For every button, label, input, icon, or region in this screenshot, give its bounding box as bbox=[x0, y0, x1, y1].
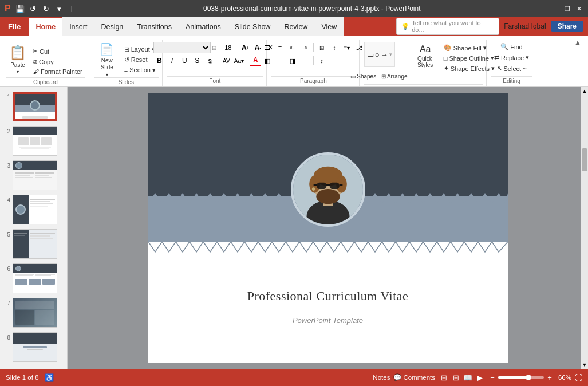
char-spacing-button[interactable]: AV bbox=[220, 55, 232, 66]
find-button[interactable]: 🔍 Find bbox=[498, 42, 525, 52]
quick-styles-icon: Aa bbox=[420, 44, 431, 54]
quick-styles-button[interactable]: Aa QuickStyles bbox=[412, 42, 439, 70]
share-button[interactable]: Share bbox=[551, 21, 583, 32]
slide-main-title: Professional Curriculum Vitae bbox=[148, 289, 508, 304]
restore-button[interactable]: ❐ bbox=[563, 4, 572, 13]
font-size-input[interactable]: 18 bbox=[218, 42, 238, 53]
fit-slide-button[interactable]: ⛶ bbox=[575, 373, 582, 382]
tab-home[interactable]: Home bbox=[29, 17, 62, 36]
shadow-button[interactable]: s bbox=[204, 55, 215, 66]
comments-button[interactable]: 💬 Comments bbox=[393, 373, 435, 381]
thumbnail-8[interactable]: 8 bbox=[0, 330, 67, 364]
clipboard-small-buttons: ✂ Cut ⧉ Copy 🖌 Format Painter bbox=[30, 46, 85, 77]
text-columns-button[interactable]: ⊞ bbox=[316, 42, 327, 53]
new-slide-button[interactable]: 📄 NewSlide ▾ bbox=[94, 42, 120, 77]
scroll-up-button[interactable]: ▲ bbox=[581, 87, 588, 95]
italic-button[interactable]: I bbox=[166, 55, 177, 66]
tab-slideshow[interactable]: Slide Show bbox=[228, 17, 278, 36]
decrease-indent-button[interactable]: ⇤ bbox=[287, 42, 298, 53]
cut-icon: ✂ bbox=[33, 48, 38, 55]
text-direction-button[interactable]: ↕ bbox=[329, 42, 340, 53]
zoom-slider-track[interactable] bbox=[498, 376, 544, 379]
window-title: 0038-professional-curriculum-vitae-in-po… bbox=[73, 5, 551, 13]
section-button[interactable]: ≡ Section ▾ bbox=[121, 65, 159, 75]
menu-right: 💡 Tell me what you want to do... Farshad… bbox=[396, 17, 588, 36]
tell-me-search[interactable]: 💡 Tell me what you want to do... bbox=[396, 18, 499, 35]
thumbnail-6[interactable]: 6 bbox=[0, 261, 67, 296]
thumbnail-4[interactable]: 4 bbox=[0, 192, 67, 227]
align-left-button[interactable]: ◧ bbox=[262, 55, 273, 66]
scroll-down-button[interactable]: ▼ bbox=[581, 361, 588, 369]
paste-label: Paste bbox=[10, 62, 25, 68]
thumbnail-2[interactable]: 2 bbox=[0, 124, 67, 158]
slideshow-view-button[interactable]: ▶ bbox=[475, 372, 485, 383]
numbered-list-button[interactable]: ≡ bbox=[274, 42, 286, 53]
cut-button[interactable]: ✂ Cut bbox=[30, 46, 85, 56]
thumbnail-5[interactable]: 5 bbox=[0, 227, 67, 261]
ribbon-collapse-button[interactable]: ▲ bbox=[572, 37, 583, 48]
replace-button[interactable]: ⇄ Replace ▾ bbox=[491, 53, 532, 62]
format-painter-icon: 🖌 bbox=[33, 68, 39, 75]
line-spacing-button[interactable]: ↕ bbox=[316, 55, 327, 66]
thumb-num-5: 5 bbox=[2, 231, 10, 238]
tab-design[interactable]: Design bbox=[94, 17, 130, 36]
slide-panel: 1 2 bbox=[0, 87, 588, 369]
shape-rect-icon[interactable]: ▭ bbox=[367, 50, 374, 59]
zoom-slider-thumb[interactable] bbox=[526, 375, 531, 380]
bold-button[interactable]: B bbox=[153, 55, 165, 66]
status-left: Slide 1 of 8 ♿ bbox=[6, 373, 54, 382]
search-placeholder-text: Tell me what you want to do... bbox=[412, 19, 494, 33]
notes-button[interactable]: Notes bbox=[373, 374, 390, 381]
tab-review[interactable]: Review bbox=[277, 17, 314, 36]
shape-arrow-icon[interactable]: → bbox=[381, 50, 388, 59]
zoom-in-button[interactable]: + bbox=[546, 373, 554, 381]
thumb-img-6 bbox=[13, 263, 57, 293]
vertical-scrollbar[interactable]: ▲ ▼ bbox=[581, 87, 588, 369]
customize-quick-access-button[interactable]: ▾ bbox=[54, 3, 65, 14]
thumbnail-7[interactable]: 7 bbox=[0, 296, 67, 330]
editing-content: 🔍 Find ⇄ Replace ▾ ↖ Select ~ bbox=[491, 40, 532, 76]
shape-oval-icon[interactable]: ○ bbox=[375, 50, 380, 59]
format-painter-button[interactable]: 🖌 Format Painter bbox=[30, 67, 85, 76]
redo-button[interactable]: ↻ bbox=[41, 3, 52, 14]
shapes-more-icon[interactable]: ▾ bbox=[389, 52, 392, 57]
justify-button[interactable]: ≡ bbox=[299, 55, 311, 66]
select-button[interactable]: ↖ Select ~ bbox=[494, 64, 530, 73]
slide-canvas[interactable]: Professional Curriculum Vitae PowerPoint… bbox=[148, 93, 508, 363]
layout-button[interactable]: ⊞ Layout ▾ bbox=[121, 45, 159, 54]
file-tab[interactable]: File bbox=[0, 17, 29, 36]
save-button[interactable]: 💾 bbox=[14, 3, 26, 14]
close-button[interactable]: ✕ bbox=[574, 4, 583, 13]
center-button[interactable]: ≡ bbox=[274, 55, 286, 66]
replace-icon: ⇄ bbox=[494, 54, 499, 61]
thumbnail-3[interactable]: 3 bbox=[0, 158, 67, 192]
strikethrough-button[interactable]: S bbox=[191, 55, 203, 66]
reset-button[interactable]: ↺ Reset bbox=[121, 55, 159, 65]
font-family-select[interactable] bbox=[153, 42, 211, 53]
font-color-button[interactable]: A bbox=[250, 55, 261, 66]
shape-fill-dropdown: ▾ bbox=[483, 44, 487, 52]
tab-insert[interactable]: Insert bbox=[62, 17, 94, 36]
tab-view[interactable]: View bbox=[314, 17, 344, 36]
minimize-button[interactable]: ─ bbox=[551, 4, 561, 13]
paste-button[interactable]: 📋 Paste ▾ bbox=[6, 42, 30, 77]
scroll-thumb[interactable] bbox=[582, 148, 587, 171]
shapes-button[interactable]: ▭ Shapes bbox=[349, 68, 378, 84]
change-case-button[interactable]: Aa▾ bbox=[233, 55, 244, 66]
slide-sorter-button[interactable]: ⊞ bbox=[451, 372, 461, 383]
thumbnail-1[interactable]: 1 bbox=[0, 89, 67, 124]
normal-view-button[interactable]: ⊟ bbox=[439, 372, 449, 383]
increase-indent-button[interactable]: ⇥ bbox=[299, 42, 311, 53]
align-right-button[interactable]: ◨ bbox=[287, 55, 298, 66]
reading-view-button[interactable]: 📖 bbox=[463, 372, 473, 383]
main-slide-area[interactable]: ▲ ▼ bbox=[68, 87, 588, 369]
zoom-out-button[interactable]: − bbox=[488, 373, 496, 381]
copy-button[interactable]: ⧉ Copy bbox=[30, 57, 85, 66]
tab-animations[interactable]: Animations bbox=[179, 17, 228, 36]
undo-button[interactable]: ↺ bbox=[27, 3, 39, 14]
increase-font-size-button[interactable]: A+ bbox=[239, 42, 251, 53]
underline-button[interactable]: U bbox=[179, 55, 190, 66]
arrange-button[interactable]: ⊞ Arrange bbox=[379, 68, 410, 84]
tab-transitions[interactable]: Transitions bbox=[130, 17, 179, 36]
bullet-list-button[interactable]: ☰ bbox=[262, 42, 273, 53]
